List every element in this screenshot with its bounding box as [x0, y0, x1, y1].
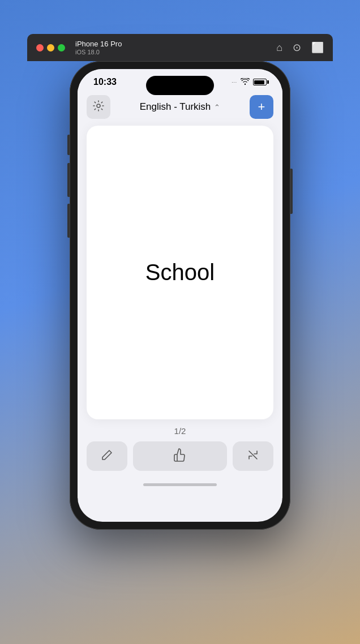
flip-icon	[247, 449, 259, 464]
device-name: iPhone 16 Pro	[75, 40, 122, 49]
screenshot-icon[interactable]: ⊙	[293, 41, 301, 54]
fullscreen-button[interactable]	[58, 44, 65, 51]
dynamic-island	[146, 76, 214, 95]
svg-point-0	[97, 104, 100, 108]
nav-bar: English - Turkish ⌃ +	[78, 91, 282, 126]
minimize-button[interactable]	[47, 44, 54, 51]
mac-toolbar-left: iPhone 16 Pro iOS 18.0	[36, 40, 122, 55]
language-selector[interactable]: English - Turkish ⌃	[140, 101, 221, 113]
silent-switch	[67, 135, 70, 155]
bottom-area: 1/2	[78, 419, 282, 498]
iphone-frame: 10:33 ···	[70, 61, 290, 530]
iphone-screen: 10:33 ···	[78, 69, 282, 522]
volume-up-button	[67, 163, 70, 197]
flashcard-word: School	[145, 260, 215, 285]
home-indicator	[143, 476, 217, 492]
record-icon[interactable]: ⬜	[311, 41, 324, 54]
flashcard[interactable]: School	[87, 126, 273, 419]
flip-button[interactable]	[233, 441, 273, 471]
battery-icon	[253, 79, 267, 85]
status-time: 10:33	[93, 77, 117, 87]
volume-down-button	[67, 204, 70, 238]
add-button[interactable]: +	[250, 95, 273, 119]
chevron-up-down-icon: ⌃	[214, 103, 220, 111]
flashcard-container: School	[78, 126, 282, 419]
like-button[interactable]	[133, 441, 227, 471]
close-button[interactable]	[36, 44, 44, 51]
progress-indicator: 1/2	[174, 426, 186, 436]
signal-dots: ···	[232, 80, 237, 85]
home-bar	[143, 483, 217, 486]
plus-icon: +	[258, 101, 265, 113]
settings-button[interactable]	[87, 95, 110, 119]
device-title: iPhone 16 Pro iOS 18.0	[75, 40, 122, 55]
traffic-lights	[36, 44, 65, 51]
mac-toolbar: iPhone 16 Pro iOS 18.0 ⌂ ⊙ ⬜	[27, 34, 333, 61]
wifi-icon	[241, 78, 250, 87]
edit-icon	[101, 449, 113, 463]
action-buttons	[87, 441, 273, 471]
status-right: ···	[232, 78, 267, 87]
app-content: English - Turkish ⌃ + School 1/2	[78, 91, 282, 498]
gear-icon	[93, 100, 104, 114]
language-pair-label: English - Turkish	[140, 101, 211, 113]
device-os: iOS 18.0	[75, 49, 122, 55]
power-button	[290, 169, 293, 214]
mac-toolbar-right: ⌂ ⊙ ⬜	[276, 41, 324, 54]
home-icon[interactable]: ⌂	[276, 42, 282, 54]
edit-button[interactable]	[87, 441, 127, 471]
thumbs-up-icon	[173, 448, 187, 465]
